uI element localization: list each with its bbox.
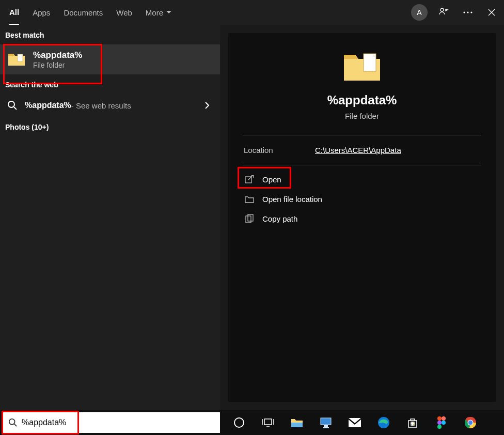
tab-all[interactable]: All: [9, 0, 19, 25]
svg-point-28: [468, 421, 472, 425]
svg-point-23: [437, 421, 442, 425]
search-icon: [8, 418, 18, 427]
figma-icon[interactable]: [435, 416, 448, 429]
feedback-icon[interactable]: [437, 5, 451, 20]
action-open[interactable]: Open: [243, 169, 481, 189]
result-text: %appdata% File folder: [33, 50, 82, 69]
monitor-icon[interactable]: [319, 416, 333, 429]
action-open-file-location[interactable]: Open file location: [243, 189, 481, 209]
web-query-text: %appdata%: [25, 101, 71, 110]
svg-rect-15: [324, 425, 328, 427]
result-subtitle: File folder: [33, 61, 82, 69]
svg-point-1: [463, 11, 465, 13]
result-title: %appdata%: [33, 50, 82, 61]
action-open-location-label: Open file location: [262, 195, 322, 204]
svg-point-0: [440, 8, 444, 11]
open-icon: [245, 175, 254, 184]
web-suffix-text: - See web results: [71, 101, 131, 110]
location-label: Location: [244, 146, 315, 154]
action-copy-path-label: Copy path: [262, 214, 297, 223]
action-open-label: Open: [262, 175, 281, 184]
detail-card: %appdata% File folder Location C:\Users\…: [228, 33, 496, 402]
detail-title: %appdata%: [228, 93, 496, 107]
mail-icon[interactable]: [348, 416, 361, 429]
svg-rect-8: [246, 216, 251, 223]
taskbar: %appdata%: [0, 410, 504, 435]
svg-point-5: [8, 101, 14, 107]
best-match-result[interactable]: %appdata% File folder: [0, 44, 220, 74]
detail-folder-icon: [228, 50, 496, 84]
taskbar-search[interactable]: %appdata%: [3, 412, 220, 433]
svg-rect-13: [291, 423, 303, 427]
chevron-right-icon: [204, 101, 210, 110]
folder-small-icon: [245, 194, 254, 204]
file-explorer-icon[interactable]: [290, 416, 304, 429]
svg-point-25: [437, 425, 442, 429]
task-view-icon[interactable]: [261, 416, 275, 429]
results-pane: Best match %appdata% File folder: [0, 25, 220, 410]
best-match-label: Best match: [0, 25, 220, 44]
more-options-icon[interactable]: [461, 5, 475, 20]
edge-icon[interactable]: [377, 416, 390, 429]
svg-point-22: [442, 416, 446, 421]
tab-more[interactable]: More: [146, 0, 171, 25]
detail-pane-wrap: %appdata% File folder Location C:\Users\…: [220, 25, 504, 410]
location-row: Location C:\Users\ACER\AppData: [228, 135, 496, 165]
svg-rect-20: [413, 424, 414, 425]
search-web-label: Search the web: [0, 74, 220, 94]
location-value[interactable]: C:\Users\ACER\AppData: [315, 146, 401, 154]
svg-point-24: [442, 421, 446, 425]
taskbar-icons: [232, 416, 477, 429]
action-copy-path[interactable]: Copy path: [243, 209, 481, 228]
svg-rect-9: [248, 214, 253, 221]
close-icon[interactable]: [484, 5, 499, 20]
detail-subtitle: File folder: [228, 112, 496, 120]
cortana-icon[interactable]: [232, 416, 246, 429]
search-web-result[interactable]: %appdata% - See web results: [0, 94, 220, 117]
tab-web[interactable]: Web: [116, 0, 132, 25]
svg-point-3: [470, 11, 472, 13]
svg-point-10: [9, 419, 15, 425]
search-content: Best match %appdata% File folder: [0, 25, 504, 410]
store-icon[interactable]: [406, 416, 419, 429]
svg-point-21: [437, 416, 442, 421]
detail-actions: Open Open file location: [243, 165, 481, 228]
user-avatar[interactable]: A: [411, 4, 428, 21]
search-icon: [7, 100, 18, 111]
svg-rect-12: [264, 419, 272, 425]
photos-label[interactable]: Photos (10+): [0, 117, 220, 136]
tab-documents[interactable]: Documents: [64, 0, 103, 25]
svg-point-2: [467, 11, 468, 13]
search-tabs-row: All Apps Documents Web More A: [0, 0, 504, 25]
tab-more-label: More: [146, 8, 163, 17]
folder-icon: [7, 51, 26, 68]
chevron-down-icon: [166, 11, 171, 14]
search-input-value: %appdata%: [22, 418, 66, 427]
svg-rect-14: [321, 418, 331, 425]
tab-apps[interactable]: Apps: [33, 0, 50, 25]
copy-icon: [245, 214, 254, 223]
header-right-controls: A: [411, 0, 499, 25]
svg-point-11: [234, 418, 244, 427]
chrome-icon[interactable]: [464, 416, 477, 429]
windows-search-panel: All Apps Documents Web More A: [0, 0, 504, 410]
